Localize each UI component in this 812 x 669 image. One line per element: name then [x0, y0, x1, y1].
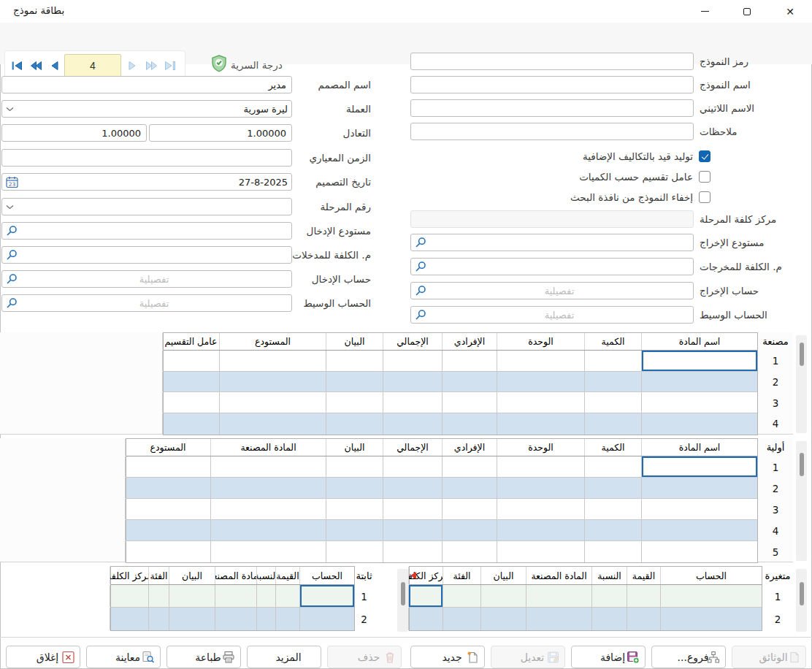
table-cell[interactable]	[299, 608, 354, 630]
table-cell[interactable]	[210, 478, 326, 498]
fast-previous-button[interactable]	[27, 57, 45, 74]
table-cell[interactable]	[497, 372, 584, 392]
checkbox-unchecked[interactable]	[699, 191, 710, 203]
table-cell[interactable]	[442, 456, 497, 477]
designer-name-input[interactable]	[1, 76, 292, 93]
table-cell[interactable]	[591, 585, 627, 607]
table-cell[interactable]	[219, 392, 326, 413]
table-cell[interactable]	[383, 392, 442, 413]
model-code-input[interactable]	[410, 53, 694, 70]
checkbox-row[interactable]: إخفاء النموذج من نافذة البحث	[570, 191, 710, 204]
table-cell[interactable]	[660, 608, 762, 630]
output-cost-center-input[interactable]	[429, 259, 689, 275]
table-cell[interactable]	[584, 456, 641, 477]
checkbox-row[interactable]: عامل تقسيم حسب الكميات	[579, 170, 710, 183]
previous-record-button[interactable]	[46, 57, 64, 74]
last-record-button[interactable]	[161, 57, 179, 74]
currency-select[interactable]	[1, 100, 292, 118]
table-cell[interactable]	[162, 351, 219, 371]
table-cell[interactable]	[383, 499, 442, 519]
table-cell[interactable]	[210, 456, 326, 477]
table-cell[interactable]	[497, 392, 584, 413]
output-cost-center-field[interactable]	[410, 258, 694, 275]
column-header[interactable]: البيان	[326, 439, 383, 456]
parity-input-a[interactable]	[149, 124, 292, 142]
column-header[interactable]: الإجمالي	[383, 439, 442, 456]
column-header[interactable]: عامل التقسيم	[162, 333, 219, 350]
table-cell[interactable]	[442, 541, 497, 562]
row-number[interactable]: 2	[758, 372, 793, 393]
table-cell[interactable]	[497, 456, 584, 477]
scrollbar-thumb[interactable]	[800, 453, 804, 476]
table-cell[interactable]	[219, 351, 326, 371]
table-cell[interactable]	[148, 608, 169, 630]
table-cell[interactable]	[256, 585, 275, 607]
table-cell[interactable]	[326, 478, 383, 498]
table-cell[interactable]	[442, 372, 497, 392]
vertical-scrollbar[interactable]	[796, 569, 807, 632]
table-cell[interactable]	[169, 608, 215, 630]
column-header[interactable]: المادة المصنعة	[215, 567, 256, 584]
table-cell[interactable]	[326, 413, 383, 435]
table-cell[interactable]	[125, 520, 210, 540]
focused-table-cell[interactable]	[641, 456, 757, 477]
table-cell[interactable]	[442, 351, 497, 371]
table-cell[interactable]	[442, 520, 497, 540]
new-button[interactable]: جديد	[410, 646, 485, 668]
design-date-input[interactable]	[21, 174, 288, 190]
table-cell[interactable]	[219, 372, 326, 392]
column-header[interactable]: الكمية	[584, 333, 641, 350]
column-header[interactable]: النسبة	[256, 567, 275, 584]
table-cell[interactable]	[442, 499, 497, 519]
table-cell[interactable]	[591, 608, 627, 630]
table-cell[interactable]	[125, 499, 210, 519]
row-number[interactable]: 2	[355, 608, 373, 630]
table-cell[interactable]	[641, 413, 757, 435]
table-cell[interactable]	[162, 372, 219, 392]
column-header[interactable]: الإفرادي	[442, 439, 497, 456]
maximize-button[interactable]	[730, 0, 764, 23]
table-cell[interactable]	[480, 608, 526, 630]
table-cell[interactable]	[497, 541, 584, 562]
table-cell[interactable]	[169, 585, 215, 607]
checkbox-row[interactable]: توليد قيد بالتكاليف الإضافية	[583, 150, 710, 163]
row-number[interactable]: 4	[758, 413, 793, 435]
column-header[interactable]: مركز الكلفة	[110, 567, 148, 584]
row-number[interactable]: 1	[762, 585, 793, 608]
model-name-input[interactable]	[410, 76, 694, 93]
design-date-field[interactable]: 23	[1, 173, 292, 191]
column-header[interactable]: الوحدة	[497, 333, 584, 350]
scrollbar-thumb[interactable]	[401, 582, 405, 605]
currency-input[interactable]	[17, 101, 288, 117]
table-cell[interactable]	[497, 520, 584, 540]
column-header[interactable]: البيان	[480, 567, 526, 584]
stage-number-input[interactable]	[17, 199, 288, 215]
column-header[interactable]: الإفرادي	[442, 333, 497, 350]
table-cell[interactable]	[326, 372, 383, 392]
table-cell[interactable]	[442, 413, 497, 435]
focused-table-cell[interactable]	[408, 585, 443, 607]
checkbox-unchecked[interactable]	[699, 171, 710, 183]
table-cell[interactable]	[326, 520, 383, 540]
table-cell[interactable]	[480, 585, 526, 607]
column-header[interactable]: الإجمالي	[383, 333, 442, 350]
table-cell[interactable]	[326, 456, 383, 477]
table-cell[interactable]	[383, 413, 442, 435]
table-cell[interactable]	[584, 478, 641, 498]
table-cell[interactable]	[641, 478, 757, 498]
table-cell[interactable]	[275, 585, 299, 607]
input-intermediate-account-input[interactable]	[20, 295, 288, 311]
table-cell[interactable]	[497, 499, 584, 519]
row-number[interactable]: 5	[758, 541, 793, 562]
vertical-scrollbar[interactable]	[397, 569, 408, 632]
row-number[interactable]: 4	[758, 520, 793, 541]
table-cell[interactable]	[497, 413, 584, 435]
confidentiality-control[interactable]: درجة السرية	[211, 55, 283, 72]
first-record-button[interactable]	[8, 57, 26, 74]
focused-table-cell[interactable]	[641, 351, 757, 371]
table-cell[interactable]	[584, 372, 641, 392]
table-cell[interactable]	[110, 585, 148, 607]
input-cost-center-field[interactable]	[1, 246, 292, 264]
table-cell[interactable]	[443, 585, 480, 607]
column-header[interactable]: الحساب	[660, 567, 762, 584]
